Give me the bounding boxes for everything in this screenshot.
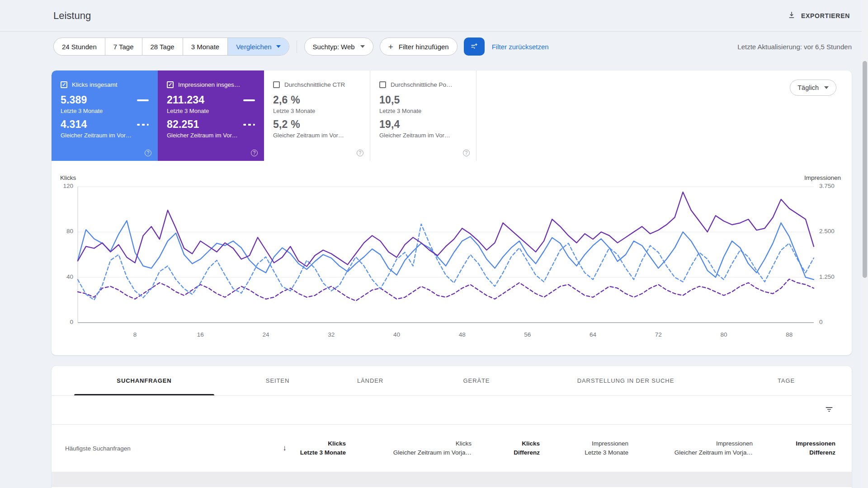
metric-period-previous: Gleicher Zeitraum im Vor… xyxy=(379,132,469,139)
help-icon[interactable]: ? xyxy=(145,150,151,156)
tab-suchanfragen[interactable]: SUCHANFRAGEN xyxy=(52,366,237,395)
right-axis-title: Impressionen xyxy=(804,174,841,181)
y-axis-tick-left: 0 xyxy=(52,319,73,325)
chevron-down-icon xyxy=(276,45,281,48)
metric-period-current: Letzte 3 Monate xyxy=(61,108,151,114)
column-header-impressions-current[interactable]: Impressionen Letzte 3 Monate xyxy=(540,439,628,457)
x-axis-tick: 48 xyxy=(459,331,466,338)
x-axis-tick: 64 xyxy=(590,331,596,338)
search-type-label: Suchtyp: Web xyxy=(313,43,355,51)
scrollbar-track[interactable] xyxy=(862,0,868,488)
metric-period-previous: Gleicher Zeitraum im Vor… xyxy=(167,132,257,139)
y-axis-tick-right: 3.750 xyxy=(819,183,835,189)
solid-line-legend-icon xyxy=(137,99,149,101)
x-axis-tick: 88 xyxy=(786,331,793,338)
column-header-clicks-difference[interactable]: Klicks Differenz xyxy=(472,439,540,457)
chevron-down-icon xyxy=(360,45,365,48)
left-axis-title: Klicks xyxy=(60,174,76,181)
download-icon xyxy=(788,11,796,20)
checkbox-unchecked-icon[interactable] xyxy=(379,81,386,88)
x-axis-tick: 16 xyxy=(197,331,204,338)
metric-cards: ✓ Klicks insgesamt 5.389 Letzte 3 Monate… xyxy=(52,70,852,161)
table-toolbar xyxy=(52,396,852,425)
checkbox-checked-icon[interactable]: ✓ xyxy=(167,81,174,88)
checkbox-unchecked-icon[interactable] xyxy=(273,81,280,88)
sort-descending-icon: ↓ xyxy=(283,444,287,453)
metric-value-current: 2,6 % xyxy=(273,94,300,106)
x-axis-tick: 32 xyxy=(328,331,335,338)
column-header-impressions-difference[interactable]: Impressionen Differenz xyxy=(753,439,835,457)
page-header: Leistung EXPORTIEREN xyxy=(0,0,868,32)
tab-darstellung-in-der-suche[interactable]: DARSTELLUNG IN DER SUCHE xyxy=(531,366,721,395)
x-axis-tick: 80 xyxy=(721,331,727,338)
dashed-line-legend-icon xyxy=(243,124,255,126)
range-28-days[interactable]: 28 Tage xyxy=(142,38,183,55)
tab-laender[interactable]: LÄNDER xyxy=(318,366,422,395)
x-axis-tick: 40 xyxy=(393,331,400,338)
column-header-queries[interactable]: Häufigste Suchanfragen xyxy=(65,445,246,452)
checkbox-checked-icon[interactable]: ✓ xyxy=(61,81,67,88)
compare-dropdown[interactable]: Vergleichen xyxy=(228,38,288,55)
filter-bar: 24 Stunden 7 Tage 28 Tage 3 Monate Vergl… xyxy=(0,32,868,61)
metric-card-position[interactable]: Durchschnittliche Po… 10,5 Letzte 3 Mona… xyxy=(370,70,476,161)
metric-value-previous: 82.251 xyxy=(167,118,199,131)
table-tabs: SUCHANFRAGEN SEITEN LÄNDER GERÄTE DARSTE… xyxy=(52,366,852,396)
range-7-days[interactable]: 7 Tage xyxy=(105,38,142,55)
metric-card-impressions[interactable]: ✓ Impressionen insges… 211.234 Letzte 3 … xyxy=(158,70,264,161)
metric-card-label: Klicks insgesamt xyxy=(72,81,118,88)
performance-line-chart[interactable]: Klicks Impressionen 00401.250802.5001203… xyxy=(52,174,852,346)
search-type-dropdown[interactable]: Suchtyp: Web xyxy=(304,38,373,56)
chart-canvas[interactable] xyxy=(78,187,814,323)
add-filter-button[interactable]: + Filter hinzufügen xyxy=(380,38,458,56)
metric-card-label: Durchschnittliche Po… xyxy=(391,81,453,88)
metric-card-clicks[interactable]: ✓ Klicks insgesamt 5.389 Letzte 3 Monate… xyxy=(52,70,158,161)
metric-value-current: 211.234 xyxy=(167,94,204,106)
column-header-clicks-current[interactable]: ↓ Klicks Letzte 3 Monate xyxy=(246,439,346,457)
export-label: EXPORTIEREN xyxy=(801,12,850,19)
help-icon[interactable]: ? xyxy=(251,150,258,156)
page-title: Leistung xyxy=(53,10,91,22)
chevron-down-icon xyxy=(824,86,829,89)
metric-period-current: Letzte 3 Monate xyxy=(167,108,257,114)
y-axis-tick-left: 40 xyxy=(52,273,73,280)
range-3-months[interactable]: 3 Monate xyxy=(183,38,228,55)
help-icon[interactable]: ? xyxy=(463,150,470,156)
metric-period-current: Letzte 3 Monate xyxy=(273,108,363,114)
column-header-clicks-previous[interactable]: Klicks Gleicher Zeitraum im Vorja… xyxy=(346,439,472,457)
filter-list-icon[interactable] xyxy=(825,405,834,416)
metric-card-label: Durchschnittliche CTR xyxy=(284,81,345,88)
tab-tage[interactable]: TAGE xyxy=(721,366,852,395)
help-icon[interactable]: ? xyxy=(357,150,363,156)
granularity-dropdown[interactable]: Täglich xyxy=(790,80,836,96)
x-axis-tick: 56 xyxy=(524,331,531,338)
y-axis-tick-left: 80 xyxy=(52,228,73,235)
range-24-hours[interactable]: 24 Stunden xyxy=(54,38,105,55)
export-button[interactable]: EXPORTIEREN xyxy=(788,11,850,20)
tab-seiten[interactable]: SEITEN xyxy=(237,366,318,395)
metric-card-ctr[interactable]: Durchschnittliche CTR 2,6 % Letzte 3 Mon… xyxy=(264,70,370,161)
reset-filters-link[interactable]: Filter zurücksetzen xyxy=(492,43,549,51)
column-header-impressions-previous[interactable]: Impressionen Gleicher Zeitraum im Vorja… xyxy=(628,439,753,457)
tab-geraete[interactable]: GERÄTE xyxy=(422,366,531,395)
filter-sparkle-icon xyxy=(470,42,479,52)
ai-filter-button[interactable] xyxy=(464,38,485,56)
metric-value-current: 5.389 xyxy=(61,94,87,106)
table-header-row: Häufigste Suchanfragen ↓ Klicks Letzte 3… xyxy=(52,425,852,472)
scrollbar-thumb[interactable] xyxy=(863,61,867,278)
x-axis-tick: 8 xyxy=(133,331,137,338)
metric-value-previous: 4.314 xyxy=(61,118,87,131)
date-range-segmented-control: 24 Stunden 7 Tage 28 Tage 3 Monate Vergl… xyxy=(53,38,289,56)
y-axis-tick-right: 2.500 xyxy=(819,228,835,235)
y-axis-tick-right: 0 xyxy=(819,319,823,325)
metric-card-label: Impressionen insges… xyxy=(178,81,240,88)
table-row[interactable] xyxy=(52,472,852,487)
granularity-label: Täglich xyxy=(797,84,819,91)
last-update-text: Letzte Aktualisierung: vor 6,5 Stunden xyxy=(737,43,852,51)
performance-chart-panel: ✓ Klicks insgesamt 5.389 Letzte 3 Monate… xyxy=(52,70,852,355)
dashed-line-legend-icon xyxy=(137,124,149,126)
divider xyxy=(297,40,297,53)
metric-period-previous: Gleicher Zeitraum im Vor… xyxy=(61,132,151,139)
metric-period-previous: Gleicher Zeitraum im Vor… xyxy=(273,132,363,139)
queries-table-panel: SUCHANFRAGEN SEITEN LÄNDER GERÄTE DARSTE… xyxy=(52,366,852,488)
compare-label: Vergleichen xyxy=(236,43,271,51)
